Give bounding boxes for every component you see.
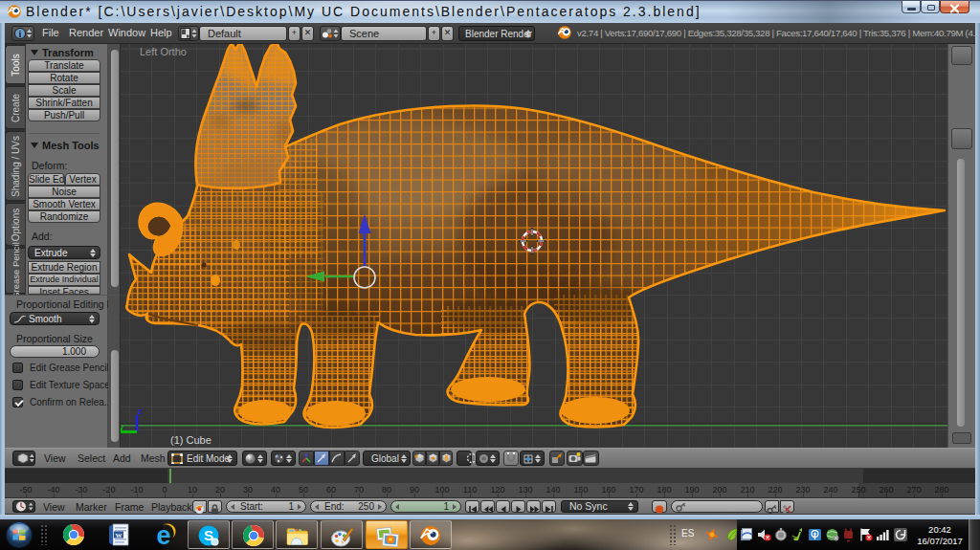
svg-text:e: e bbox=[156, 521, 170, 549]
svg-text:W: W bbox=[116, 532, 122, 539]
svg-text:z: z bbox=[138, 407, 143, 416]
svg-text:i: i bbox=[19, 29, 22, 39]
